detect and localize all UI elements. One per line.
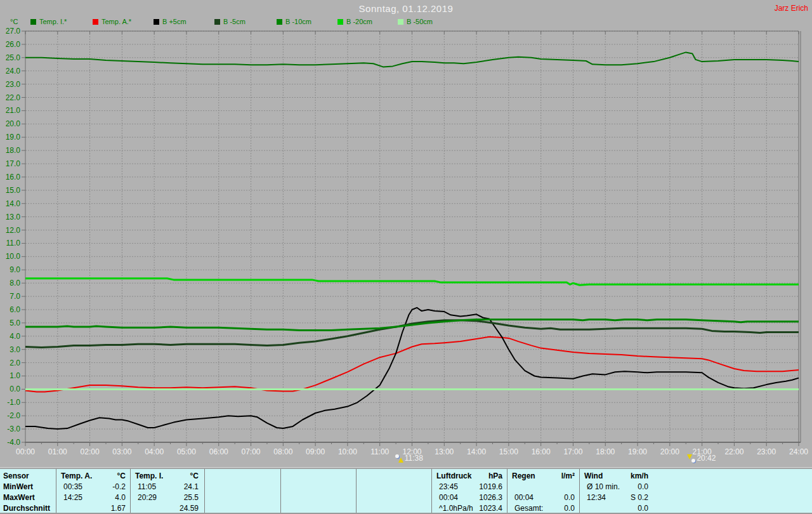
series-b--20cm	[25, 279, 799, 286]
stats-cell: 1019.6	[434, 482, 502, 492]
sun-marker-time: 11:38	[405, 454, 423, 463]
table-divider	[507, 469, 508, 513]
table-divider	[579, 469, 580, 513]
svg-text:25.0: 25.0	[6, 53, 21, 62]
stats-cell: km/h	[582, 471, 648, 481]
svg-text:04:00: 04:00	[145, 447, 164, 456]
svg-text:7.0: 7.0	[10, 292, 20, 301]
svg-text:06:00: 06:00	[209, 447, 228, 456]
svg-text:22.0: 22.0	[6, 93, 21, 102]
stats-cell: 1.67	[58, 503, 126, 513]
svg-text:17:00: 17:00	[563, 447, 582, 456]
svg-text:14.0: 14.0	[6, 199, 21, 208]
stats-cell: hPa	[434, 471, 502, 481]
weather-day-chart-page: Sonntag, 01.12.2019 Jarz Erich °C Temp. …	[0, 0, 812, 514]
svg-text:09:00: 09:00	[306, 447, 325, 456]
stats-cell: 24.59	[133, 503, 199, 513]
stats-cell: l/m²	[509, 471, 575, 481]
svg-text:00:00: 00:00	[16, 447, 35, 456]
svg-text:13:00: 13:00	[435, 447, 454, 456]
svg-text:12.0: 12.0	[6, 226, 21, 235]
stats-cell: 0.0	[582, 482, 648, 492]
svg-text:01:00: 01:00	[48, 447, 67, 456]
stats-cell: 0.0	[509, 492, 575, 503]
stats-cell: MaxWert	[3, 492, 35, 503]
series-layer	[25, 52, 799, 429]
stats-cell: MinWert	[3, 482, 33, 492]
stats-cell: 0.0	[509, 503, 575, 513]
stats-cell: 24.1	[133, 482, 199, 492]
axes	[22, 31, 801, 446]
svg-text:10:00: 10:00	[338, 447, 357, 456]
sun-up-icon	[395, 454, 403, 463]
svg-text:5.0: 5.0	[10, 319, 20, 327]
svg-text:23:00: 23:00	[757, 447, 776, 456]
table-divider	[356, 469, 357, 513]
svg-text:-1.0: -1.0	[7, 398, 20, 407]
daily-statistics-table: SensorMinWertMaxWertDurchschnittTemp. A.…	[0, 468, 812, 513]
svg-text:-4.0: -4.0	[7, 438, 20, 447]
svg-text:03:00: 03:00	[112, 447, 131, 456]
stats-cell: 4.0	[58, 492, 126, 503]
svg-text:13.0: 13.0	[6, 213, 21, 221]
svg-text:11.0: 11.0	[6, 239, 21, 247]
stats-cell: °C	[58, 471, 126, 481]
stats-cell: Durchschnitt	[3, 503, 50, 513]
svg-text:2.0: 2.0	[10, 359, 20, 367]
sun-marker-down: 20:42	[687, 454, 716, 463]
stats-cell: Sensor	[3, 471, 29, 481]
svg-text:14:00: 14:00	[467, 447, 486, 456]
stats-cell: S 0.2	[582, 492, 648, 503]
stats-cell: 25.5	[133, 492, 199, 503]
svg-text:8.0: 8.0	[10, 279, 20, 287]
svg-text:26.0: 26.0	[6, 40, 21, 49]
svg-text:-3.0: -3.0	[7, 425, 20, 433]
stats-cell: -0.2	[58, 482, 126, 492]
stats-cell: 1026.3	[434, 492, 502, 503]
svg-text:24:00: 24:00	[789, 447, 808, 456]
stats-cell: 1023.4	[434, 503, 502, 513]
svg-text:20.0: 20.0	[6, 119, 21, 128]
svg-text:4.0: 4.0	[10, 332, 20, 341]
svg-text:3.0: 3.0	[10, 345, 20, 354]
temperature-line-chart: -4.0-3.0-2.0-1.00.01.02.03.04.05.06.07.0…	[0, 0, 812, 468]
svg-text:18.0: 18.0	[6, 146, 21, 155]
axis-labels: -4.0-3.0-2.0-1.00.01.02.03.04.05.06.07.0…	[6, 27, 809, 456]
stats-cell: 0.0	[582, 503, 648, 513]
svg-text:15.0: 15.0	[6, 186, 21, 195]
svg-text:16.0: 16.0	[6, 173, 21, 181]
svg-text:22:00: 22:00	[724, 447, 743, 456]
svg-text:15:00: 15:00	[499, 447, 518, 456]
svg-text:11:00: 11:00	[370, 447, 389, 456]
svg-text:05:00: 05:00	[177, 447, 196, 456]
table-divider	[431, 469, 432, 513]
table-divider	[280, 469, 281, 513]
svg-text:19:00: 19:00	[628, 447, 647, 456]
table-divider	[130, 469, 131, 513]
svg-text:18:00: 18:00	[596, 447, 615, 456]
stats-cell: °C	[133, 471, 199, 481]
sun-marker-time: 20:42	[697, 454, 716, 463]
svg-text:9.0: 9.0	[10, 265, 20, 274]
svg-text:-2.0: -2.0	[7, 411, 20, 420]
svg-text:20:00: 20:00	[660, 447, 679, 456]
svg-text:21.0: 21.0	[6, 106, 21, 115]
svg-text:0.0: 0.0	[10, 385, 20, 393]
svg-text:10.0: 10.0	[6, 252, 21, 261]
svg-text:27.0: 27.0	[6, 27, 21, 36]
table-divider	[56, 469, 56, 513]
svg-text:24.0: 24.0	[6, 67, 21, 76]
svg-text:23.0: 23.0	[6, 80, 21, 89]
svg-text:16:00: 16:00	[532, 447, 551, 456]
gridlines	[25, 31, 799, 442]
svg-text:08:00: 08:00	[273, 447, 292, 456]
svg-text:02:00: 02:00	[81, 447, 100, 456]
svg-text:17.0: 17.0	[6, 159, 21, 168]
svg-text:07:00: 07:00	[242, 447, 261, 456]
sun-down-icon	[687, 454, 695, 463]
svg-text:1.0: 1.0	[10, 371, 20, 380]
svg-text:6.0: 6.0	[10, 305, 20, 314]
table-divider	[204, 469, 205, 513]
sun-marker-up: 11:38	[395, 454, 423, 463]
svg-text:19.0: 19.0	[6, 133, 21, 142]
